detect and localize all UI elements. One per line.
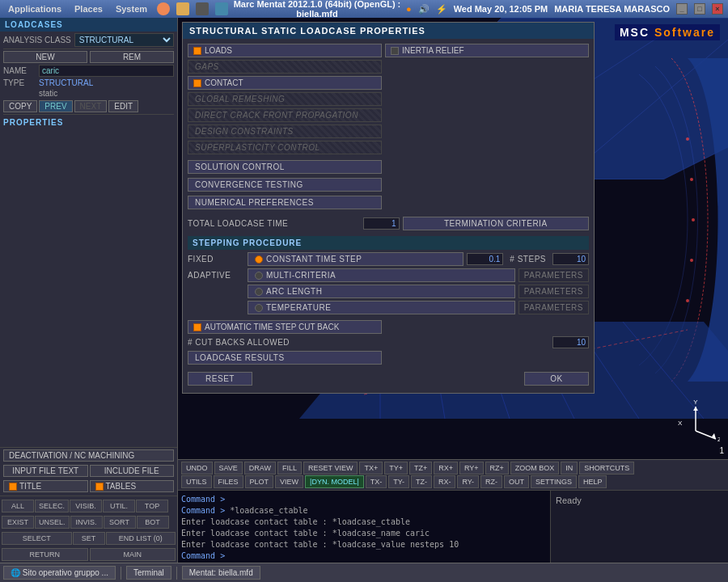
files-button[interactable]: FILES [214,475,243,488]
plot-button[interactable]: PLOT [245,475,274,488]
loadcase-results-button[interactable]: LOADCASE RESULTS [188,351,382,365]
fill-button[interactable]: FILL [277,462,302,474]
top-button[interactable]: TOP [136,500,168,512]
constant-time-input[interactable] [467,253,503,265]
tz-minus-button[interactable]: TZ- [411,475,432,488]
visib-button[interactable]: VISIB. [70,500,102,512]
tool-buttons-row3: SELECT SET END LIST (0) [0,530,177,546]
sort-button[interactable]: SORT [104,516,136,529]
taskbar-terminal-button[interactable]: Terminal [126,566,171,580]
reset-button[interactable]: RESET [188,372,252,386]
termination-criteria-button[interactable]: TERMINATION CRITERIA [403,217,590,230]
ok-button[interactable]: OK [524,372,589,386]
rz-plus-button[interactable]: RZ+ [485,462,509,474]
parameters-button-3[interactable]: PARAMETERS [518,301,589,314]
all-button[interactable]: ALL [2,500,34,512]
tx-plus-button[interactable]: TX+ [359,462,383,474]
dyn-model-button[interactable]: |DYN. MODEL| [305,475,364,488]
copy-button[interactable]: COPY [3,100,37,112]
cut-backs-input[interactable] [552,336,589,348]
parameters-button-2[interactable]: PARAMETERS [518,285,589,298]
temperature-button[interactable]: TEMPERATURE [248,301,515,314]
bot-button[interactable]: BOT [137,516,169,529]
dcf-button[interactable]: DIRECT CRACK FRONT PROPAGATION [188,108,382,122]
inertia-relief-button[interactable]: INERTIA RELIEF [385,44,589,57]
end-list-button[interactable]: END LIST (0) [106,532,176,545]
exist-button[interactable]: EXIST [2,516,34,529]
utils-button[interactable]: UTILS [181,475,212,488]
ty-plus-button[interactable]: TY+ [384,462,408,474]
draw-button[interactable]: DRAW [244,462,276,474]
superplasticity-button[interactable]: SUPERPLASTICITY CONTROL [188,141,382,154]
out-button[interactable]: OUT [504,475,529,488]
design-constraints-button[interactable]: DESIGN CONSTRAINTS [188,124,382,138]
next-button[interactable]: NEXT [74,100,108,112]
set-button[interactable]: SET [73,532,105,545]
numerical-button[interactable]: NUMERICAL PREFERENCES [188,196,382,209]
minimize-button[interactable]: _ [676,3,688,15]
rem-button[interactable]: REM [90,51,174,63]
total-time-input[interactable] [363,217,400,230]
analysis-class-select[interactable]: STRUCTURAL [74,33,174,47]
folder-icon[interactable] [176,2,189,15]
name-input[interactable] [39,65,174,77]
app-menu-system[interactable]: System [112,4,150,14]
gaps-button[interactable]: GAPS [188,60,382,74]
reset-view-button[interactable]: RESET VIEW [303,462,358,474]
tz-plus-button[interactable]: TZ+ [409,462,432,474]
maximize-button[interactable]: □ [694,3,705,15]
mentat-icon[interactable] [215,2,228,15]
contact-button[interactable]: CONTACT [188,76,382,90]
util-button[interactable]: UTIL. [103,500,135,512]
input-file-text-button[interactable]: INPUT FILE TEXT [3,465,88,477]
taskbar-sito-button[interactable]: 🌐 Sito operativo gruppo ... [3,566,116,580]
zoom-box-button[interactable]: ZOOM BOX [510,462,560,474]
terminal-icon[interactable] [196,2,209,15]
view-button[interactable]: VIEW [275,475,303,488]
prev-button[interactable]: PREV [39,100,72,112]
invis-button[interactable]: INVIS. [70,516,103,529]
arc-length-button[interactable]: ARC LENGTH [248,285,515,298]
auto-cutback-button[interactable]: AUTOMATIC TIME STEP CUT BACK [188,320,382,334]
taskbar-mentat-button[interactable]: Mentat: biella.mfd [182,566,260,580]
undo-button[interactable]: UNDO [181,462,213,474]
select-button[interactable]: SELECT [2,532,72,545]
shortcuts-button[interactable]: SHORTCUTS [579,462,634,474]
new-button[interactable]: NEW [3,51,87,63]
global-remeshing-button[interactable]: GLOBAL REMESHING [188,92,382,106]
volume-icon[interactable]: 🔊 [418,4,430,15]
save-button[interactable]: SAVE [214,462,243,474]
steps-input[interactable] [552,253,589,265]
in-button[interactable]: IN [561,462,578,474]
deactivation-button[interactable]: DEACTIVATION / NC MACHINING [3,449,174,462]
settings-button[interactable]: SETTINGS [531,475,577,488]
tables-button[interactable]: TABLES [90,480,175,492]
viewport[interactable]: MSC Software + Y Z X 1 [178,18,728,459]
radio-fixed [255,255,263,264]
edit-button[interactable]: EDIT [108,100,138,112]
unsel-button[interactable]: UNSEL. [35,516,70,529]
multi-criteria-button[interactable]: MULTI-CRITERIA [248,268,515,282]
selec-button[interactable]: SELEC. [35,500,69,512]
help-button[interactable]: HELP [578,475,607,488]
rx-plus-button[interactable]: RX+ [434,462,458,474]
ry-plus-button[interactable]: RY+ [459,462,484,474]
include-file-button[interactable]: INCLUDE FILE [90,465,175,477]
close-button[interactable]: × [712,3,723,15]
browser-icon[interactable] [157,2,170,15]
loads-button[interactable]: LOADS [188,44,382,57]
constant-time-step-button[interactable]: CONSTANT TIME STEP [248,252,463,266]
main-button[interactable]: MAIN [90,548,176,561]
app-menu-applications[interactable]: Applications [5,4,65,14]
ry-minus-button[interactable]: RY- [457,475,479,488]
return-button[interactable]: RETURN [2,548,88,561]
solution-control-button[interactable]: SOLUTION CONTROL [188,160,382,174]
title-button[interactable]: TITLE [3,480,88,492]
parameters-button-1[interactable]: PARAMETERS [518,268,589,282]
convergence-button[interactable]: CONVERGENCE TESTING [188,178,382,192]
rx-minus-button[interactable]: RX- [434,475,456,488]
app-menu-places[interactable]: Places [71,4,106,14]
ty-minus-button[interactable]: TY- [388,475,409,488]
tx-minus-button[interactable]: TX- [366,475,387,488]
rz-minus-button[interactable]: RZ- [480,475,502,488]
